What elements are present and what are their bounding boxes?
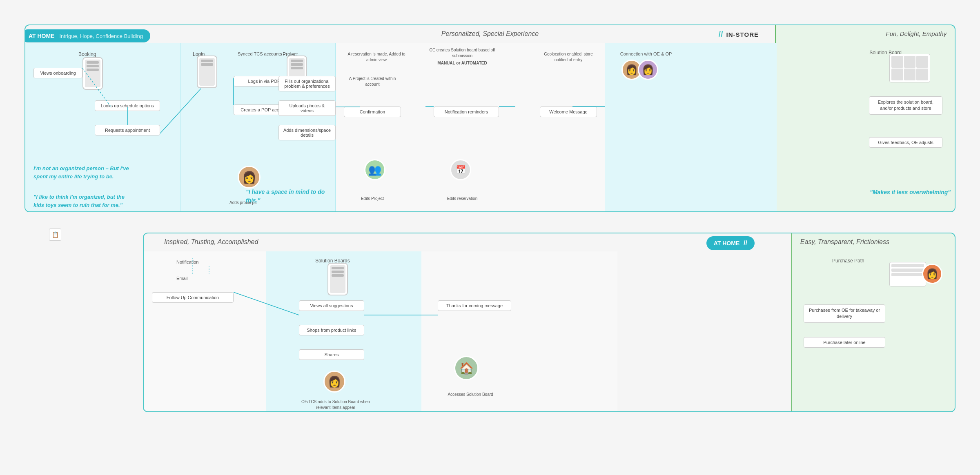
canvas: AT HOME Intrigue, Hope, Confidence Build… bbox=[0, 0, 980, 475]
bottom-section: Inspired, Trusting, Accomplished AT HOME… bbox=[143, 233, 956, 412]
bottom-right-flow: Thanks for coming message 🏠 Accesses Sol… bbox=[421, 251, 617, 412]
shares-box: Shares bbox=[299, 349, 364, 360]
avatar-accesses: 🏠 bbox=[454, 356, 479, 380]
edits-project: Edits Project bbox=[352, 196, 393, 201]
in-store-badge: // IN-STORE bbox=[718, 25, 759, 43]
at-home-flow: Booking Views onboarding Looks up schedu… bbox=[25, 43, 180, 212]
welcome-box: Welcome Message bbox=[540, 107, 597, 117]
bottom-header: Inspired, Trusting, Accomplished AT HOME… bbox=[144, 233, 955, 251]
bottom-mid-flow: Solution Boards Views all suggestions Sh… bbox=[266, 251, 421, 412]
solution-board-mockup bbox=[889, 54, 930, 82]
project-created: A Project is created within account bbox=[344, 76, 401, 87]
reservation-made: A reservation is made, Added to admin vi… bbox=[344, 51, 409, 63]
fills-out-box: Fills out organizational problem & prefe… bbox=[278, 76, 336, 91]
green-bottom-content: Purchase Path 👩 Purchases from OE for ta… bbox=[791, 251, 955, 412]
personalized-flow: Login Synced TCS accounts Logs in via PO… bbox=[180, 43, 336, 212]
email-title: Email bbox=[176, 276, 188, 281]
purchases-from-oe-box: Purchases from OE for takeaway or delive… bbox=[804, 304, 885, 323]
accesses-solution: Accesses Solution Board bbox=[446, 392, 495, 397]
shops-from-box: Shops from product links bbox=[299, 325, 364, 335]
quote3: "I have a space in mind to do this." bbox=[246, 188, 327, 205]
oe-creates: OE creates Solution board based off subm… bbox=[425, 47, 499, 66]
notification-title: Notification bbox=[176, 260, 198, 264]
avatar-calendar: 📅 bbox=[450, 159, 471, 180]
quote1: I'm not an organized person – But I've s… bbox=[33, 164, 164, 180]
explores-box: Explores the solution board, and/or prod… bbox=[869, 96, 942, 115]
geolocation: Geolocation enabled, store notified of e… bbox=[540, 51, 597, 63]
follow-up-box: Follow Up Communication bbox=[152, 292, 234, 303]
oe-tcs-adds: OE/TCS adds to Solution Board when relev… bbox=[299, 399, 372, 411]
top-header: AT HOME Intrigue, Hope, Confidence Build… bbox=[25, 25, 955, 43]
in-store-text: IN-STORE bbox=[726, 31, 759, 38]
synced-tcs: Synced TCS accounts bbox=[238, 51, 282, 56]
instore-flow: Connection with OE & OP 👩 👩 bbox=[605, 43, 777, 212]
avatar-1: 👩 bbox=[238, 166, 261, 189]
looks-up-schedule-box: Looks up schedule options bbox=[95, 100, 160, 111]
mobile-mockup-login bbox=[197, 55, 217, 88]
green-flow-top: Solution Board Explores the solution boa… bbox=[775, 43, 955, 212]
purchase-later-box: Purchase later online bbox=[804, 337, 885, 348]
views-suggestions-box: Views all suggestions bbox=[299, 300, 364, 311]
at-home-badge-bottom: AT HOME // bbox=[706, 236, 755, 250]
middle-flow: A reservation is made, Added to admin vi… bbox=[336, 43, 605, 212]
confirmation-box: Confirmation bbox=[344, 107, 401, 117]
main-container: AT HOME Intrigue, Hope, Confidence Build… bbox=[24, 24, 956, 451]
requests-appointment-box: Requests appointment bbox=[95, 125, 160, 135]
fun-delight-label: Fun, Delight, Empathy bbox=[886, 30, 947, 37]
avatar-purchase: 👩 bbox=[922, 264, 942, 284]
avatar-oe-tcs: 👩 bbox=[323, 371, 345, 393]
adds-dimensions-box: Adds dimensions/space details bbox=[278, 125, 336, 140]
mobile-mockup bbox=[82, 57, 103, 90]
at-home-badge: AT HOME Intrigue, Hope, Confidence Build… bbox=[24, 29, 150, 42]
edits-reservation: Edits reservation bbox=[442, 196, 483, 201]
views-onboarding-box: Views onboarding bbox=[33, 68, 82, 78]
inspired-label: Inspired, Trusting, Accomplished bbox=[164, 238, 258, 246]
small-icon: 📋 bbox=[49, 229, 61, 241]
mobile-solution bbox=[327, 263, 348, 295]
in-store-lines: // bbox=[718, 30, 723, 39]
top-section: AT HOME Intrigue, Hope, Confidence Build… bbox=[24, 24, 956, 212]
bottom-left-flow: Notification Email Follow Up Communicati… bbox=[144, 251, 266, 412]
quote2: "I like to think I'm organized, but the … bbox=[33, 193, 164, 209]
avatar-oe-op: 👩 👩 bbox=[621, 60, 658, 80]
thanks-coming-box: Thanks for coming message bbox=[438, 300, 511, 311]
makes-less-quote: "Makes it less overwhelming" bbox=[828, 188, 951, 197]
center-label: Personalized, Special Experience bbox=[441, 30, 539, 38]
gives-feedback-box: Gives feedback, OE adjusts bbox=[869, 137, 942, 148]
notification-box: Notification reminders bbox=[434, 107, 499, 117]
purchase-path-title: Purchase Path bbox=[832, 258, 864, 264]
avatar-group: 👥 bbox=[364, 159, 385, 180]
booking-title: Booking bbox=[78, 51, 96, 57]
easy-label: Easy, Transparent, Frictionless bbox=[800, 238, 889, 246]
uploads-photos-box: Uploads photos & videos bbox=[278, 100, 336, 116]
purchase-desktop-mockup bbox=[889, 262, 926, 286]
connection-oe-op: Connection with OE & OP bbox=[613, 51, 679, 56]
